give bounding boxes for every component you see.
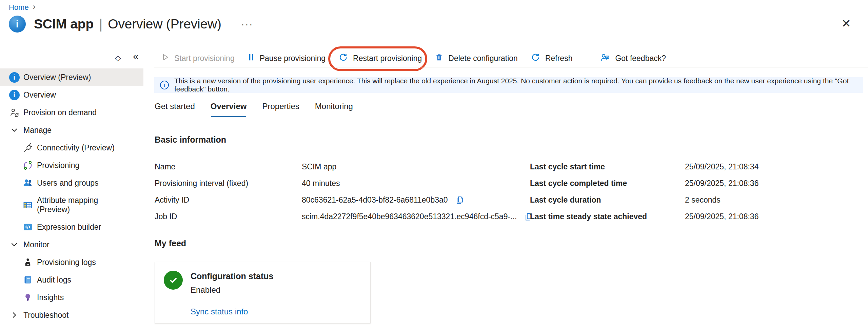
- info-row-last-cycle-start: Last cycle start time 25/09/2025, 21:08:…: [530, 159, 758, 175]
- close-icon[interactable]: ✕: [842, 18, 851, 29]
- got-feedback-button[interactable]: Got feedback?: [599, 51, 667, 66]
- sidebar-group-manage[interactable]: Manage: [0, 121, 143, 139]
- sidebar-item-provision-on-demand[interactable]: Provision on demand: [0, 104, 143, 121]
- status-value: Enabled: [191, 285, 220, 295]
- start-provisioning-button[interactable]: Start provisioning: [160, 51, 235, 65]
- info-label: Job ID: [155, 212, 302, 221]
- info-row-provisioning-interval: Provisioning interval (fixed) 40 minutes: [155, 175, 533, 192]
- info-banner-text: This is a new version of the provisionin…: [174, 77, 857, 93]
- pause-provisioning-label: Pause provisioning: [260, 54, 326, 63]
- sidebar-group-troubleshoot[interactable]: Troubleshoot: [0, 306, 143, 324]
- info-label: Activity ID: [155, 195, 302, 205]
- sidebar-item-expression-builder[interactable]: Expression builder: [0, 218, 143, 236]
- page-title-section: Overview (Preview): [108, 17, 221, 32]
- card-title: Configuration status: [191, 271, 273, 281]
- info-banner: i This is a new version of the provision…: [154, 77, 863, 93]
- table-icon: [22, 200, 33, 210]
- title-bar: i SCIM app | Overview (Preview) ···: [9, 16, 253, 33]
- sidebar-item-overview-preview[interactable]: i Overview (Preview): [0, 68, 143, 86]
- sidebar-item-label: Provisioning: [37, 161, 79, 170]
- info-row-last-cycle-duration: Last cycle duration 2 seconds: [530, 192, 758, 208]
- tab-properties[interactable]: Properties: [262, 102, 299, 117]
- delete-configuration-label: Delete configuration: [448, 54, 518, 63]
- tab-bar: Get started Overview Properties Monitori…: [155, 102, 353, 117]
- configuration-status-card: Configuration status Enabled Sync status…: [155, 262, 371, 324]
- person-log-icon: [22, 257, 33, 267]
- more-options-icon[interactable]: ···: [241, 18, 253, 30]
- command-bar: Start provisioning Pause provisioning Re…: [160, 49, 868, 67]
- sidebar-item-label: Provision on demand: [23, 108, 97, 117]
- copy-icon[interactable]: [455, 195, 464, 205]
- info-label: Last cycle duration: [530, 195, 685, 205]
- chevron-down-icon: [9, 241, 20, 249]
- basic-info-left-column: Name SCIM app Provisioning interval (fix…: [155, 159, 533, 225]
- journal-icon: [22, 275, 33, 285]
- tab-get-started[interactable]: Get started: [155, 102, 195, 117]
- sidebar-group-label: Monitor: [23, 240, 50, 249]
- resize-handle-icon[interactable]: ◇: [115, 54, 121, 63]
- person-sync-icon: [9, 107, 20, 118]
- feedback-icon: [600, 52, 610, 65]
- pause-provisioning-button[interactable]: Pause provisioning: [247, 51, 326, 65]
- info-value: 25/09/2025, 21:08:36: [685, 212, 758, 221]
- sidebar-item-insights[interactable]: Insights: [0, 289, 143, 306]
- app-info-icon: i: [9, 16, 26, 33]
- sync-status-info-link[interactable]: Sync status info: [191, 307, 248, 316]
- page-title-app-name: SCIM app: [34, 17, 94, 32]
- tab-overview[interactable]: Overview: [211, 102, 247, 117]
- sidebar-group-label: Manage: [23, 126, 52, 135]
- info-badge-icon: i: [9, 90, 20, 100]
- info-row-last-cycle-completed: Last cycle completed time 25/09/2025, 21…: [530, 175, 758, 192]
- basic-info-right-column: Last cycle start time 25/09/2025, 21:08:…: [530, 159, 758, 225]
- restart-provisioning-button[interactable]: Restart provisioning: [338, 51, 422, 66]
- info-value: 25/09/2025, 21:08:34: [685, 162, 758, 171]
- breadcrumb-home-link[interactable]: Home: [9, 3, 29, 12]
- refresh-button[interactable]: Refresh: [530, 51, 573, 66]
- refresh-label: Refresh: [545, 54, 573, 63]
- play-icon: [161, 53, 170, 64]
- breadcrumb: Home ›: [9, 3, 36, 12]
- info-label: Last cycle completed time: [530, 179, 685, 188]
- sidebar-item-provisioning-logs[interactable]: Provisioning logs: [0, 253, 143, 271]
- sidebar-item-connectivity[interactable]: Connectivity (Preview): [0, 139, 143, 157]
- tab-monitoring[interactable]: Monitoring: [315, 102, 353, 117]
- sidebar-item-label: Expression builder: [37, 223, 101, 232]
- info-circle-icon: i: [160, 81, 169, 89]
- breadcrumb-chevron-icon: ›: [33, 3, 36, 12]
- users-icon: [22, 178, 33, 188]
- sidebar-group-label: Troubleshoot: [23, 311, 68, 320]
- code-icon: [22, 222, 33, 232]
- sidebar-item-audit-logs[interactable]: Audit logs: [0, 271, 143, 289]
- info-label: Provisioning interval (fixed): [155, 179, 302, 188]
- sidebar-item-overview[interactable]: i Overview: [0, 86, 143, 104]
- start-provisioning-label: Start provisioning: [174, 54, 235, 63]
- sidebar-item-attribute-mapping[interactable]: Attribute mapping (Preview): [0, 192, 143, 218]
- restart-provisioning-label: Restart provisioning: [353, 54, 422, 63]
- sidebar-item-label: Connectivity (Preview): [37, 143, 115, 152]
- info-value: 25/09/2025, 21:08:36: [685, 179, 758, 188]
- trash-icon: [435, 53, 443, 64]
- success-check-icon: [164, 271, 183, 290]
- restart-icon: [338, 53, 348, 64]
- sidebar-item-label: Users and groups: [37, 179, 99, 188]
- info-label: Name: [155, 162, 302, 171]
- info-value: 40 minutes: [302, 179, 340, 188]
- info-value: 80c63621-62a5-4d03-bf82-6a6811e0b3a0: [302, 195, 448, 205]
- sidebar-group-monitor[interactable]: Monitor: [0, 236, 143, 253]
- sidebar-item-label: Attribute mapping (Preview): [37, 196, 108, 214]
- basic-information-heading: Basic information: [155, 135, 226, 145]
- sidebar-item-provisioning[interactable]: Provisioning: [0, 157, 143, 174]
- sidebar-item-users-and-groups[interactable]: Users and groups: [0, 174, 143, 192]
- plug-icon: [22, 143, 33, 153]
- sidebar-item-label: Insights: [37, 293, 64, 302]
- info-badge-icon: i: [9, 72, 20, 83]
- sidebar-item-label: Overview: [23, 90, 56, 100]
- sidebar-item-label: Overview (Preview): [23, 73, 91, 82]
- info-row-name: Name SCIM app: [155, 159, 533, 175]
- refresh-icon: [531, 53, 540, 64]
- collapse-sidebar-icon[interactable]: «: [133, 51, 139, 61]
- delete-configuration-button[interactable]: Delete configuration: [434, 51, 518, 65]
- toolbar-divider: [586, 52, 586, 64]
- info-label: Last time steady state achieved: [530, 212, 685, 221]
- page-title-separator: |: [99, 17, 102, 32]
